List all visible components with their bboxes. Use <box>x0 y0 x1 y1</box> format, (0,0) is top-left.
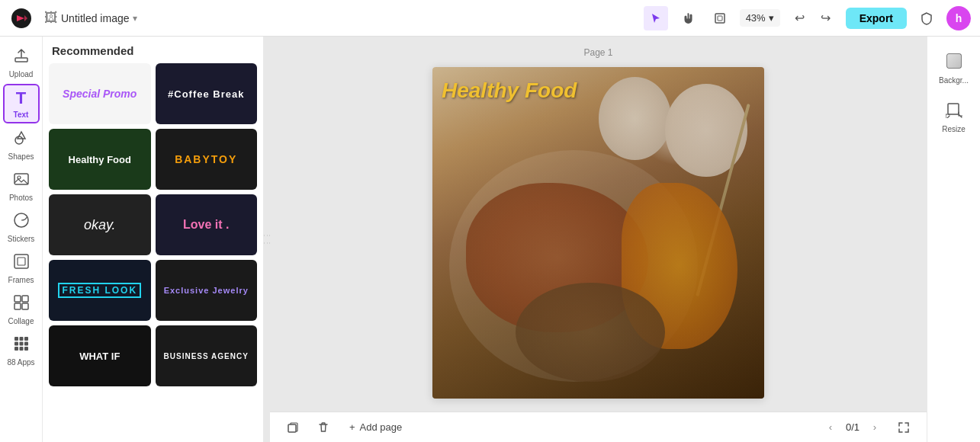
svg-rect-1 <box>715 14 725 23</box>
sidebar-item-apps[interactable]: 88 Apps <box>3 331 40 370</box>
duplicate-page-button[interactable] <box>282 417 304 438</box>
svg-rect-2 <box>718 16 722 21</box>
style-card-coffee-break[interactable]: #Coffee Break <box>156 63 258 124</box>
add-page-label: Add page <box>360 421 403 433</box>
style-card-business-agency[interactable]: BUSINESS AGENCY <box>156 325 258 386</box>
sidebar-item-apps-label: 88 Apps <box>7 358 34 367</box>
apps-icon <box>13 335 30 356</box>
page-prev-button[interactable]: ‹ <box>821 418 840 437</box>
sidebar-item-upload[interactable]: Upload <box>3 43 40 82</box>
svg-point-4 <box>15 136 23 144</box>
zoom-control[interactable]: 43% ▾ <box>740 9 780 27</box>
hand-tool-button[interactable] <box>676 6 700 30</box>
app-logo[interactable] <box>9 6 34 30</box>
frame-tool-button[interactable] <box>708 6 732 30</box>
sidebar-item-text-label: Text <box>14 110 29 119</box>
sidebar-item-upload-label: Upload <box>9 70 34 78</box>
style-text-babytoy: BABYTOY <box>175 153 237 165</box>
sidebar-item-frames-label: Frames <box>8 276 34 284</box>
sidebar-item-collage[interactable]: Collage <box>3 290 40 329</box>
svg-point-6 <box>18 176 21 179</box>
doc-icon: 🖼 <box>44 10 58 26</box>
redo-button[interactable]: ↪ <box>814 6 838 30</box>
user-avatar[interactable]: h <box>946 6 971 30</box>
sidebar-item-text[interactable]: T Text <box>3 84 40 123</box>
svg-rect-16 <box>14 341 18 345</box>
style-text-special-promo: Special Promo <box>63 88 137 100</box>
svg-rect-14 <box>19 337 23 341</box>
style-card-what-if[interactable]: WHAT IF <box>49 325 151 386</box>
sidebar-item-frames[interactable]: Frames <box>3 248 40 288</box>
add-page-button[interactable]: + Add page <box>343 418 408 436</box>
canvas-overlay <box>432 67 764 399</box>
shield-button[interactable] <box>914 6 939 30</box>
sidebar-item-shapes-label: Shapes <box>8 152 34 161</box>
background-icon <box>946 53 962 73</box>
svg-rect-15 <box>24 337 28 341</box>
sidebar-item-stickers[interactable]: Stickers <box>3 207 40 247</box>
style-text-love-it: Love it . <box>183 218 229 232</box>
svg-rect-11 <box>14 303 21 309</box>
svg-rect-25 <box>948 104 959 114</box>
export-button[interactable]: Export <box>846 8 907 29</box>
sidebar-item-photos-label: Photos <box>9 194 33 202</box>
style-text-business-agency: BUSINESS AGENCY <box>164 352 249 360</box>
right-panel: Backgr... Resize <box>927 37 980 442</box>
page-label: Page 1 <box>583 47 612 58</box>
style-card-love-it[interactable]: Love it . <box>156 194 258 255</box>
undo-button[interactable]: ↩ <box>788 6 812 30</box>
doc-title: Untitled image <box>61 12 130 24</box>
canvas-image-title[interactable]: Healthy Food <box>442 78 577 103</box>
svg-rect-21 <box>24 347 28 351</box>
svg-rect-8 <box>18 258 25 265</box>
delete-page-button[interactable] <box>313 417 334 438</box>
canvas[interactable]: Healthy Food <box>432 67 764 399</box>
svg-rect-20 <box>19 347 23 351</box>
style-card-okay[interactable]: okay. <box>49 194 151 255</box>
style-grid: Special Promo #Coffee Break Healthy Food… <box>43 63 263 386</box>
main-content: Upload T Text Shapes Pho <box>0 37 980 442</box>
zoom-value: 43% <box>746 12 766 24</box>
bottom-toolbar: + Add page ‹ 0/1 › <box>270 412 927 442</box>
sidebar-item-photos[interactable]: Photos <box>3 166 40 206</box>
doc-title-area[interactable]: 🖼 Untitled image ▾ <box>44 10 137 26</box>
stickers-icon <box>13 212 30 232</box>
sidebar-icons: Upload T Text Shapes Pho <box>0 37 43 442</box>
right-panel-background[interactable]: Backgr... <box>933 46 975 91</box>
page-next-button[interactable]: › <box>866 418 884 437</box>
topbar: 🖼 Untitled image ▾ 43% ▾ ↩ ↪ Export h <box>0 0 980 37</box>
doc-chevron-icon: ▾ <box>133 13 137 24</box>
style-card-special-promo[interactable]: Special Promo <box>49 63 151 124</box>
panel-title: Recommended <box>43 44 263 63</box>
svg-rect-10 <box>22 296 28 302</box>
panel-resize-handle[interactable]: ⋮⋮ <box>264 37 270 442</box>
style-text-exclusive-jewelry: Exclusive Jewelry <box>164 286 249 295</box>
style-text-healthy-food: Healthy Food <box>69 154 131 165</box>
svg-rect-22 <box>288 424 296 432</box>
undo-redo-group: ↩ ↪ <box>788 6 838 30</box>
style-card-babytoy[interactable]: BABYTOY <box>156 129 258 190</box>
select-tool-button[interactable] <box>644 6 668 30</box>
add-page-icon: + <box>349 421 355 433</box>
sidebar-item-stickers-label: Stickers <box>8 235 35 243</box>
svg-rect-13 <box>14 337 18 341</box>
canvas-area: Page 1 Healthy Food <box>270 37 927 442</box>
style-text-what-if: WHAT IF <box>79 351 120 362</box>
frames-icon <box>13 253 30 274</box>
svg-rect-3 <box>15 58 27 62</box>
svg-rect-18 <box>24 341 28 345</box>
page-navigation: ‹ 0/1 › <box>821 418 884 437</box>
style-card-healthy-food[interactable]: Healthy Food <box>49 129 151 190</box>
expand-button[interactable] <box>893 417 914 438</box>
right-panel-resize[interactable]: Resize <box>933 94 975 140</box>
svg-rect-19 <box>14 347 18 351</box>
style-card-exclusive-jewelry[interactable]: Exclusive Jewelry <box>156 260 258 321</box>
collage-icon <box>13 294 30 315</box>
svg-rect-7 <box>14 255 28 268</box>
style-card-fresh-look[interactable]: FRESH LOOK <box>49 260 151 321</box>
style-text-coffee-break: #Coffee Break <box>168 88 244 100</box>
right-panel-background-label: Backgr... <box>939 76 969 85</box>
style-text-fresh-look: FRESH LOOK <box>58 283 141 298</box>
sidebar-item-shapes[interactable]: Shapes <box>3 125 40 165</box>
svg-rect-17 <box>19 341 23 345</box>
